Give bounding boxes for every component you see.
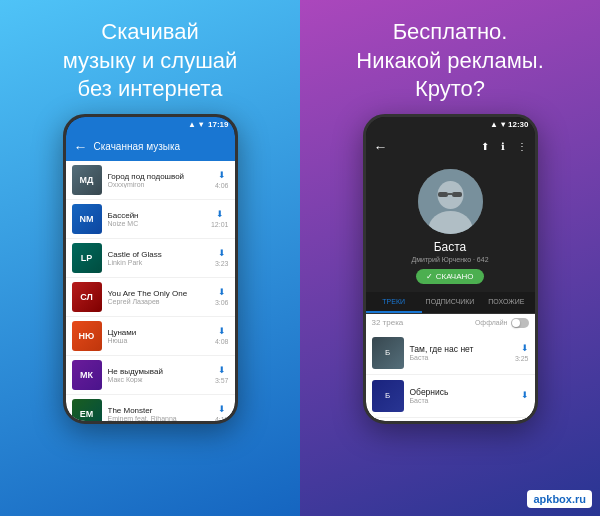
track-info: Бассейн Noize MC	[108, 211, 205, 227]
track-info: Не выдумывай Макс Корж	[108, 367, 209, 383]
svg-rect-5	[452, 192, 462, 197]
artist-name: Баста	[434, 240, 467, 254]
track-title: Цунами	[108, 328, 209, 337]
track-title: Там, где нас нет	[410, 344, 509, 354]
track-duration: 4:06	[215, 182, 229, 189]
track-meta: ⬇ 4:06	[215, 170, 229, 189]
download-icon: ⬇	[218, 170, 226, 180]
track-artist: Нюша	[108, 337, 209, 344]
left-wifi-icon: ▾	[199, 120, 203, 129]
artist-section: Баста Дмитрий Юрченко · 642 ✓ СКАЧАНО	[366, 161, 535, 292]
apkbox-badge: apkbox.ru	[527, 490, 592, 508]
left-signal-icon: ▲	[188, 120, 196, 129]
track-artist: Баста	[410, 354, 509, 361]
right-panel: Бесплатно. Никакой рекламы. Круто? ▲ ▾ 1…	[300, 0, 600, 516]
left-headline: Скачивай музыку и слушай без интернета	[43, 0, 258, 114]
download-icon: ⬇	[218, 365, 226, 375]
downloaded-button[interactable]: ✓ СКАЧАНО	[416, 269, 483, 284]
list-item[interactable]: СЛ You Are The Only One Сергей Лазарев ⬇…	[66, 278, 235, 317]
track-title: You Are The Only One	[108, 289, 209, 298]
share-icon[interactable]: ⬆	[481, 141, 489, 152]
track-thumbnail: LP	[72, 243, 102, 273]
track-info: The Monster Eminem feat. Rihanna	[108, 406, 209, 421]
track-duration: 4:10	[215, 416, 229, 421]
track-duration: 3:57	[215, 377, 229, 384]
download-icon: ⬇	[218, 326, 226, 336]
left-screen-title: Скачанная музыка	[94, 141, 227, 152]
track-title: Бассейн	[108, 211, 205, 220]
track-meta: ⬇ 3:06	[215, 287, 229, 306]
artist-sub: Дмитрий Юрченко · 642	[411, 256, 488, 263]
track-info: You Are The Only One Сергей Лазарев	[108, 289, 209, 305]
track-thumbnail: МК	[72, 360, 102, 390]
left-music-list: МД Город под подошвой Oxxxymiron ⬇ 4:06 …	[66, 161, 235, 421]
track-thumbnail: НЮ	[72, 321, 102, 351]
track-meta: ⬇ 3:23	[215, 248, 229, 267]
tab-subscribers[interactable]: ПОДПИСЧИКИ	[422, 292, 478, 313]
track-duration: 4:08	[215, 338, 229, 345]
track-list: Б Там, где нас нет Баста ⬇ 3:25 Б	[366, 332, 535, 421]
track-meta: ⬇ 3:57	[215, 365, 229, 384]
tab-tracks[interactable]: ТРЕКИ	[366, 292, 422, 313]
track-meta: ⬇ 4:08	[215, 326, 229, 345]
right-app-bar: ← ⬆ ℹ ⋮	[366, 133, 535, 161]
tab-similar[interactable]: ПОХОЖИЕ	[478, 292, 534, 313]
download-icon: ⬇	[521, 390, 529, 400]
track-artist: Баста	[410, 397, 515, 404]
track-info: Там, где нас нет Баста	[410, 344, 509, 361]
left-phone: ▲ ▾ 17:19 ← Скачанная музыка МД Город по…	[63, 114, 238, 424]
track-info: Город под подошвой Oxxxymiron	[108, 172, 209, 188]
right-headline: Бесплатно. Никакой рекламы. Круто?	[336, 0, 564, 114]
list-item[interactable]: НЮ Цунами Нюша ⬇ 4:08	[66, 317, 235, 356]
right-status-bar: ▲ ▾ 12:30	[366, 117, 535, 133]
artist-avatar	[418, 169, 483, 234]
track-thumbnail: NM	[72, 204, 102, 234]
track-duration: 3:06	[215, 299, 229, 306]
toggle-switch[interactable]	[511, 318, 529, 328]
download-icon: ⬇	[218, 287, 226, 297]
track-artist: Noize MC	[108, 220, 205, 227]
list-item[interactable]: МК Не выдумывай Макс Корж ⬇ 3:57	[66, 356, 235, 395]
right-back-button[interactable]: ←	[374, 139, 388, 155]
track-info: Обернись Баста	[410, 387, 515, 404]
right-signal-icon: ▲	[490, 120, 498, 129]
left-time: 17:19	[208, 120, 228, 129]
list-item[interactable]: Б Там, где нас нет Баста ⬇ 3:25	[366, 332, 535, 375]
list-item[interactable]: NM Бассейн Noize MC ⬇ 12:01	[66, 200, 235, 239]
right-phone: ▲ ▾ 12:30 ← ⬆ ℹ ⋮	[363, 114, 538, 424]
info-icon[interactable]: ℹ	[501, 141, 505, 152]
more-icon[interactable]: ⋮	[517, 141, 527, 152]
track-duration: 3:25	[515, 355, 529, 362]
track-artist: Eminem feat. Rihanna	[108, 415, 209, 421]
track-title: Город под подошвой	[108, 172, 209, 181]
svg-rect-4	[438, 192, 448, 197]
list-item[interactable]: МД Город под подошвой Oxxxymiron ⬇ 4:06	[66, 161, 235, 200]
track-thumbnail: Б	[372, 380, 404, 412]
left-app-bar: ← Скачанная музыка	[66, 133, 235, 161]
track-title: Не выдумывай	[108, 367, 209, 376]
track-artist: Макс Корж	[108, 376, 209, 383]
tracks-header: 32 трека Оффлайн	[366, 314, 535, 332]
track-thumbnail: СЛ	[72, 282, 102, 312]
offline-label: Оффлайн	[475, 319, 508, 326]
download-icon: ⬇	[218, 404, 226, 414]
track-thumbnail: МД	[72, 165, 102, 195]
track-meta: ⬇ 4:10	[215, 404, 229, 421]
offline-toggle[interactable]: Оффлайн	[475, 318, 529, 328]
track-meta: ⬇ 3:25	[515, 343, 529, 362]
left-back-button[interactable]: ←	[74, 139, 88, 155]
track-duration: 3:23	[215, 260, 229, 267]
list-item[interactable]: Б Обернись Баста ⬇	[366, 375, 535, 418]
list-item[interactable]: LP Castle of Glass Linkin Park ⬇ 3:23	[66, 239, 235, 278]
list-item[interactable]: EM The Monster Eminem feat. Rihanna ⬇ 4:…	[66, 395, 235, 421]
track-title: Castle of Glass	[108, 250, 209, 259]
right-time: 12:30	[508, 120, 528, 129]
track-title: Обернись	[410, 387, 515, 397]
tracks-count: 32 трека	[372, 318, 404, 327]
right-wifi-icon: ▾	[501, 120, 505, 129]
right-tabs: ТРЕКИ ПОДПИСЧИКИ ПОХОЖИЕ	[366, 292, 535, 314]
track-artist: Oxxxymiron	[108, 181, 209, 188]
download-icon: ⬇	[521, 343, 529, 353]
track-info: Castle of Glass Linkin Park	[108, 250, 209, 266]
left-status-bar: ▲ ▾ 17:19	[66, 117, 235, 133]
